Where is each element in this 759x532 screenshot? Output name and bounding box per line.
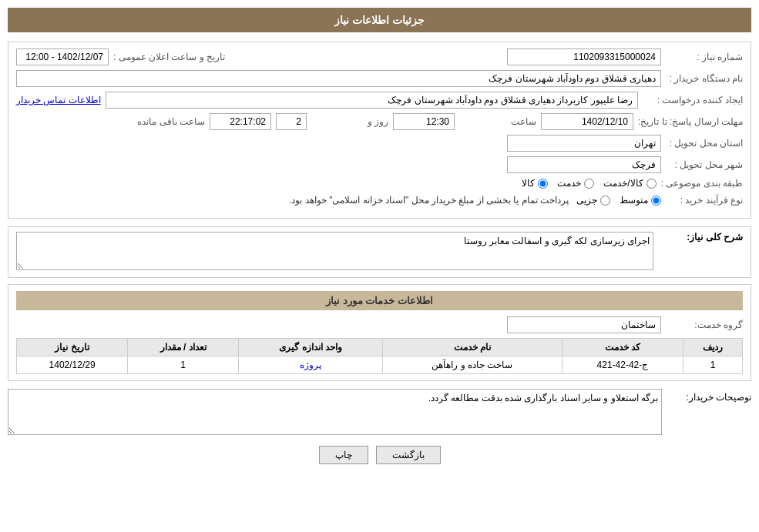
tabaqe-label: طبقه بندی موضوعی : [661,178,743,189]
nam-dastgah-label: نام دستگاه خریدار : [666,73,743,84]
novee-radio-group: متوسط جزیی [576,195,661,206]
ostan-label: استان محل تحویل : [666,138,743,149]
row-nam-dastgah: نام دستگاه خریدار : [16,70,743,87]
row-shomara: شماره نیاز : تاریخ و ساعت اعلان عمومی : [16,49,743,65]
nam-dastgah-input[interactable] [16,70,661,87]
grooh-input[interactable] [507,316,661,333]
back-button[interactable]: بازگشت [376,446,441,464]
col-name: نام خدمت [382,339,562,356]
radio-kala-label: کالا [522,178,535,189]
mohlat-label: مهلت ارسال پاسخ: تا تاریخ: [638,116,743,127]
table-header-row: ردیف کد خدمت نام خدمت واحد اندازه گیری ت… [17,339,743,356]
tammas-link[interactable]: اطلاعات تماس خریدار [16,95,101,105]
row-mohlat: مهلت ارسال پاسخ: تا تاریخ: ساعت روز و سا… [16,113,743,130]
row-ostan: استان محل تحویل : [16,135,743,152]
radio-motavaset-label: متوسط [620,195,648,206]
row-tabaqe: طبقه بندی موضوعی : کالا/خدمت خدمت کالا [16,178,743,189]
note-text: پرداخت تمام یا بخشی از مبلغ خریداز محل "… [286,193,572,207]
col-tedad: تعداد / مقدار [128,339,239,356]
radio-motavaset[interactable] [651,196,661,206]
sharh-niaz-input[interactable] [16,232,653,270]
sharh-niaz-section-label: شرح کلی نیاز: [658,232,743,243]
grooh-row: گروه خدمت: [16,316,743,333]
time-input[interactable] [210,113,271,130]
col-kod: کد خدمت [562,339,683,356]
rooz-input[interactable] [276,113,307,130]
tarikh-label: تاریخ و ساعت اعلان عمومی : [113,52,225,62]
sharh-niaz-textarea-wrap [16,232,653,273]
col-radif: ردیف [683,339,743,356]
radio-jozee-label: جزیی [576,195,597,206]
services-section-title: اطلاعات خدمات مورد نیاز [16,291,743,310]
tosihaat-textarea[interactable] [8,389,662,435]
ostan-input[interactable] [507,135,661,152]
general-info-section: شماره نیاز : تاریخ و ساعت اعلان عمومی : … [8,42,751,219]
radio-kala-khedmat[interactable] [646,179,657,189]
shomara-input[interactable] [507,49,661,65]
novee-label: نوع فرآیند خرید : [666,195,743,206]
shahr-label: شهر محل تحویل : [666,159,743,170]
table-row: 1ج-42-42-421ساخت جاده و راهآهنپروژه11402… [17,356,743,374]
ijad-label: ایجاد کننده درخواست : [643,95,743,105]
remaining-label: ساعت باقی مانده [128,116,205,127]
page-wrapper: جزئیات اطلاعات نیاز شماره نیاز : تاریخ و… [0,0,759,532]
sharh-niaz-inner: شرح کلی نیاز: [16,232,743,273]
date-input[interactable] [541,113,633,130]
row-ijad: ایجاد کننده درخواست : اطلاعات تماس خریدا… [16,92,743,109]
row-novee: نوع فرآیند خرید : متوسط جزیی پرداخت تمام… [16,193,743,207]
tosihaat-label: توصیحات خریدار: [667,389,751,403]
radio-motavaset-item[interactable]: متوسط [620,195,661,206]
radio-kala-khedmat-item[interactable]: کالا/خدمت [603,178,656,189]
row-shahr: شهر محل تحویل : [16,156,743,173]
radio-khedmat-item[interactable]: خدمت [557,178,594,189]
saat-input[interactable] [393,113,455,130]
shomara-label: شماره نیاز : [666,52,743,62]
radio-khedmat[interactable] [584,179,594,189]
shahr-input[interactable] [507,156,661,173]
print-button[interactable]: چاپ [319,446,368,464]
radio-kala[interactable] [538,179,548,189]
sharh-niaz-section-box: شرح کلی نیاز: [8,226,751,278]
ijad-input[interactable] [106,92,638,109]
col-vahed: واحد اندازه گیری [239,339,383,356]
grooh-label: گروه خدمت: [666,320,743,330]
rooz-label: روز و [311,116,388,127]
tosihaat-row: توصیحات خریدار: [8,389,751,435]
radio-kala-item[interactable]: کالا [522,178,548,189]
services-table: ردیف کد خدمت نام خدمت واحد اندازه گیری ت… [16,338,743,374]
services-section: اطلاعات خدمات مورد نیاز گروه خدمت: ردیف … [8,284,751,381]
tabaqe-radio-group: کالا/خدمت خدمت کالا [522,178,656,189]
radio-jozee[interactable] [600,196,610,206]
tarikh-input[interactable] [16,49,109,65]
radio-kala-khedmat-label: کالا/خدمت [603,178,643,189]
col-tarikh: تاریخ نیاز [17,339,128,356]
radio-khedmat-label: خدمت [557,178,581,189]
saat-label: ساعت [459,116,536,127]
button-row: بازگشت چاپ [8,446,751,464]
page-title: جزئیات اطلاعات نیاز [8,8,751,32]
radio-jozee-item[interactable]: جزیی [576,195,610,206]
